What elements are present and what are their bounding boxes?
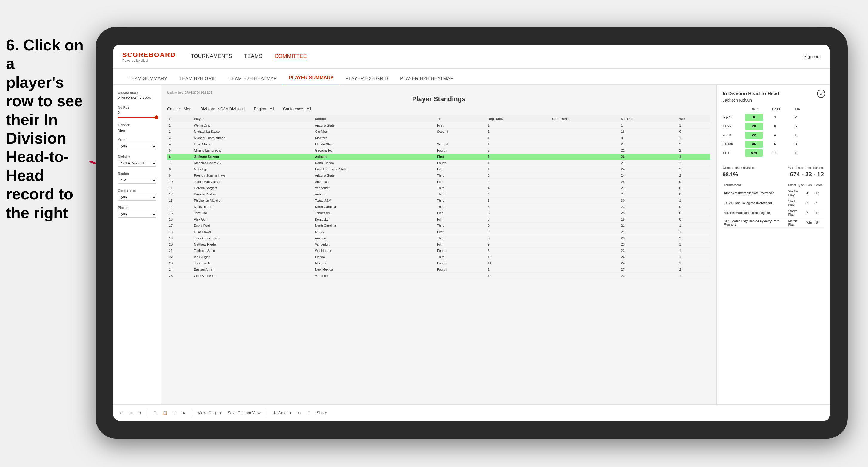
region-select[interactable]: N/A (118, 177, 156, 184)
cell-yr: Third (435, 191, 486, 197)
cell-reg-rank: 4 (486, 185, 550, 191)
forward-button[interactable]: ⇢ (138, 411, 141, 415)
table-row[interactable]: 2 Michael La Sasso Ole Miss Second 1 18 … (167, 129, 710, 135)
h2h-rows: Top 10 8 3 2 11-25 20 9 5 26-50 22 4 1 5… (723, 114, 824, 157)
filter-region: Region: All (254, 106, 274, 111)
play-button[interactable]: ▶ (183, 411, 186, 415)
table-row[interactable]: 17 David Ford North Carolina Third 9 21 … (167, 223, 710, 229)
nav-teams[interactable]: TEAMS (244, 52, 263, 61)
cell-conf-rank (550, 166, 619, 173)
player-select[interactable]: (All) (118, 211, 156, 218)
cell-no-rds: 19 (619, 216, 678, 223)
cell-no-rds: 24 (619, 260, 678, 267)
cell-no-rds: 21 (619, 223, 678, 229)
cell-no-rds: 24 (619, 254, 678, 260)
cell-no-rds: 24 (619, 166, 678, 173)
tab-team-h2h-heatmap[interactable]: TEAM H2H HEATMAP (223, 73, 283, 85)
opponents-label: Opponents in division: (723, 166, 755, 169)
table-row[interactable]: 1 Wenyi Ding Arizona State First 1 1 1 (167, 122, 710, 129)
tab-player-summary[interactable]: PLAYER SUMMARY (283, 72, 339, 85)
cell-reg-rank: 4 (486, 179, 550, 185)
cell-yr (435, 135, 486, 141)
cell-num: 17 (167, 223, 192, 229)
cell-player: Luke Claton (192, 141, 313, 147)
table-row[interactable]: 25 Cole Sherwood Vanderbilt 12 23 1 (167, 273, 710, 279)
table-row[interactable]: 8 Mats Ege East Tennessee State Fifth 1 … (167, 166, 710, 173)
cell-win: 1 (678, 197, 710, 204)
table-row[interactable]: 13 Phichaksn Maichon Texas A&M Third 6 3… (167, 197, 710, 204)
table-row[interactable]: 20 Matthew Riedel Vanderbilt Fifth 9 23 … (167, 241, 710, 248)
cell-school: Vanderbilt (313, 241, 435, 248)
undo-button[interactable]: ↩ (119, 411, 123, 415)
copy-button[interactable]: 📋 (163, 411, 167, 415)
cell-school: Florida State (313, 141, 435, 147)
cell-num: 8 (167, 166, 192, 173)
cell-no-rds: 1 (619, 122, 678, 129)
share-button[interactable]: Share (317, 411, 327, 415)
cell-num: 16 (167, 216, 192, 223)
separator-1 (147, 409, 148, 416)
cell-yr: Fifth (435, 241, 486, 248)
tab-team-h2h-grid[interactable]: TEAM H2H GRID (173, 73, 222, 85)
grid-button[interactable]: ⊞ (153, 411, 157, 415)
view-original-button[interactable]: View: Original (198, 411, 222, 415)
cell-win: 0 (678, 179, 710, 185)
division-select[interactable]: NCAA Division I (118, 160, 156, 166)
add-button[interactable]: ⊕ (174, 411, 177, 415)
sign-out-button[interactable]: Sign out (803, 54, 821, 59)
list-item[interactable]: Mirabel Maui Jim Intercollegiate Stroke … (723, 208, 824, 218)
tab-player-h2h-heatmap[interactable]: PLAYER H2H HEATMAP (394, 73, 459, 85)
h2h-col-tie: Tie (788, 107, 806, 111)
table-row[interactable]: 3 Michael Thorbjornsen Stanford 1 8 1 (167, 135, 710, 141)
table-row[interactable]: 12 Brendan Valles Auburn Third 4 27 0 (167, 191, 710, 197)
table-row[interactable]: 23 Jack Lundin Missouri Fourth 11 24 1 (167, 260, 710, 267)
table-row[interactable]: 6 Jackson Koivun Auburn First 1 26 1 (167, 154, 710, 160)
table-row[interactable]: 21 Taehoon Song Washington Fourth 6 23 1 (167, 248, 710, 254)
cell-player: Brendan Valles (192, 191, 313, 197)
table-row[interactable]: 5 Christo Lamprecht Georgia Tech Fourth … (167, 147, 710, 154)
sort-button[interactable]: ↑↓ (298, 411, 302, 415)
watch-button[interactable]: 👁 Watch ▾ (273, 411, 292, 415)
table-row[interactable]: 7 Nicholas Gabrelcik North Florida Fourt… (167, 160, 710, 166)
list-item[interactable]: SEC Match Play Hosted by Jerry Pate Roun… (723, 218, 824, 228)
h2h-col-win: Win (746, 107, 765, 111)
layout-button[interactable]: ⊡ (307, 411, 311, 415)
table-row[interactable]: 10 Jacob Mau Olesen Arkansas Fifth 4 25 … (167, 179, 710, 185)
table-row[interactable]: 16 Alex Goff Kentucky Fifth 8 19 0 (167, 216, 710, 223)
conference-select[interactable]: (All) (118, 194, 156, 200)
cell-win: 1 (678, 122, 710, 129)
close-button[interactable]: ✕ (817, 90, 825, 98)
cell-win: 1 (678, 273, 710, 279)
table-row[interactable]: 18 Luke Powell UCLA First 9 24 1 (167, 229, 710, 235)
table-row[interactable]: 11 Gordon Sargent Vanderbilt Third 4 21 … (167, 185, 710, 191)
table-row[interactable]: 15 Jake Hall Tennessee Fifth 5 25 0 (167, 210, 710, 216)
year-select[interactable]: (All) (118, 143, 156, 150)
cell-school: North Carolina (313, 204, 435, 210)
tab-team-summary[interactable]: TEAM SUMMARY (122, 73, 173, 85)
nav-tournaments[interactable]: TOURNAMENTS (191, 52, 232, 61)
table-row[interactable]: 19 Tiger Christensen Arizona Third 8 23 … (167, 235, 710, 241)
cell-yr: Second (435, 141, 486, 147)
tab-player-h2h-grid[interactable]: PLAYER H2H GRID (339, 73, 394, 85)
list-item[interactable]: Amer Am Intercollegiate Invitational Str… (723, 188, 824, 198)
table-row[interactable]: 14 Maxwell Ford North Carolina Third 6 2… (167, 204, 710, 210)
table-row[interactable]: 4 Luke Claton Florida State Second 1 27 … (167, 141, 710, 147)
table-row[interactable]: 24 Bastian Amat New Mexico Fourth 1 27 2 (167, 267, 710, 273)
h2h-title: In Division Head-to-Head (723, 91, 824, 96)
cell-conf-rank (550, 179, 619, 185)
cell-yr: Fourth (435, 160, 486, 166)
table-row[interactable]: 9 Preston Summerhays Arizona State Third… (167, 173, 710, 179)
table-row[interactable]: 22 Ian Gilligan Florida Third 10 24 1 (167, 254, 710, 260)
cell-conf-rank (550, 129, 619, 135)
nav-committee[interactable]: COMMITTEE (275, 52, 307, 61)
no-rds-slider[interactable] (118, 117, 156, 118)
cell-reg-rank: 8 (486, 216, 550, 223)
list-item[interactable]: Fallen Oak Collegiate Invitational Strok… (723, 198, 824, 208)
h2h-tie-cell: 2 (787, 114, 805, 121)
redo-button[interactable]: ↪ (129, 411, 132, 415)
cell-no-rds: 8 (619, 135, 678, 141)
logo-sub: Powered by clippi (122, 59, 176, 62)
save-custom-button[interactable]: Save Custom View (228, 411, 260, 415)
cell-player: Jackson Koivun (192, 154, 313, 160)
cell-school: Vanderbilt (313, 273, 435, 279)
